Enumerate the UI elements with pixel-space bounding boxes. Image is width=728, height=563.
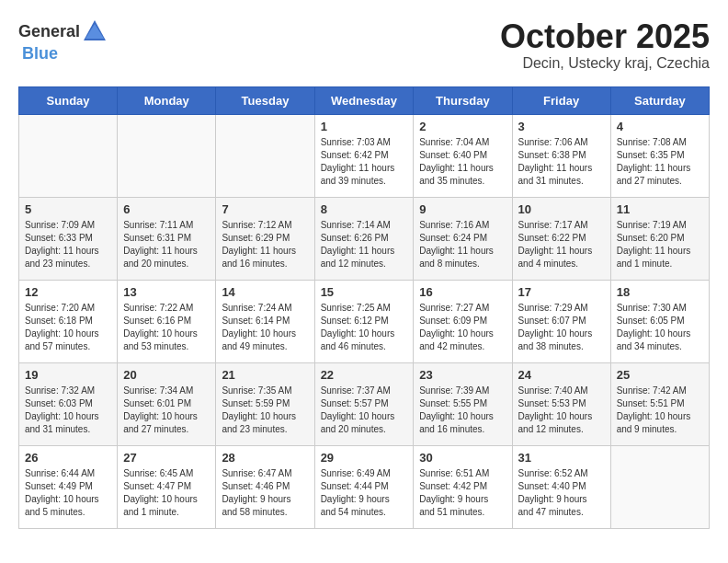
calendar-cell: 2Sunrise: 7:04 AM Sunset: 6:40 PM Daylig… bbox=[414, 114, 512, 197]
day-number: 9 bbox=[419, 202, 506, 216]
weekday-header: Friday bbox=[512, 86, 610, 114]
day-info: Sunrise: 7:08 AM Sunset: 6:35 PM Dayligh… bbox=[617, 136, 703, 188]
header-row: SundayMondayTuesdayWednesdayThursdayFrid… bbox=[19, 86, 710, 114]
day-number: 8 bbox=[321, 202, 408, 216]
day-number: 19 bbox=[25, 368, 111, 382]
day-info: Sunrise: 7:09 AM Sunset: 6:33 PM Dayligh… bbox=[25, 219, 111, 270]
calendar-title: October 2025 bbox=[500, 18, 710, 55]
logo: General Blue bbox=[18, 18, 108, 63]
day-number: 18 bbox=[617, 285, 703, 299]
weekday-header: Monday bbox=[118, 86, 216, 114]
calendar-cell: 22Sunrise: 7:37 AM Sunset: 5:57 PM Dayli… bbox=[314, 362, 414, 445]
calendar-cell: 12Sunrise: 7:20 AM Sunset: 6:18 PM Dayli… bbox=[19, 280, 118, 362]
day-info: Sunrise: 7:25 AM Sunset: 6:12 PM Dayligh… bbox=[321, 302, 408, 353]
calendar-cell: 11Sunrise: 7:19 AM Sunset: 6:20 PM Dayli… bbox=[610, 197, 709, 280]
calendar-cell: 27Sunrise: 6:45 AM Sunset: 4:47 PM Dayli… bbox=[118, 445, 216, 528]
calendar-cell: 28Sunrise: 6:47 AM Sunset: 4:46 PM Dayli… bbox=[216, 445, 314, 528]
day-number: 30 bbox=[419, 451, 506, 465]
calendar-cell: 30Sunrise: 6:51 AM Sunset: 4:42 PM Dayli… bbox=[414, 445, 512, 528]
calendar-cell: 20Sunrise: 7:34 AM Sunset: 6:01 PM Dayli… bbox=[118, 362, 216, 445]
day-info: Sunrise: 7:19 AM Sunset: 6:20 PM Dayligh… bbox=[617, 219, 703, 270]
calendar-cell: 24Sunrise: 7:40 AM Sunset: 5:53 PM Dayli… bbox=[512, 362, 610, 445]
day-number: 14 bbox=[222, 285, 308, 299]
day-number: 28 bbox=[222, 451, 308, 465]
day-number: 13 bbox=[123, 285, 210, 299]
day-info: Sunrise: 7:30 AM Sunset: 6:05 PM Dayligh… bbox=[617, 302, 703, 353]
day-number: 2 bbox=[419, 120, 506, 133]
day-info: Sunrise: 7:42 AM Sunset: 5:51 PM Dayligh… bbox=[617, 385, 703, 436]
calendar-cell: 1Sunrise: 7:03 AM Sunset: 6:42 PM Daylig… bbox=[314, 114, 414, 197]
day-info: Sunrise: 6:45 AM Sunset: 4:47 PM Dayligh… bbox=[123, 467, 210, 519]
day-number: 26 bbox=[25, 451, 111, 465]
day-number: 29 bbox=[321, 451, 408, 465]
calendar-table: SundayMondayTuesdayWednesdayThursdayFrid… bbox=[18, 86, 710, 529]
weekday-header: Thursday bbox=[414, 86, 512, 114]
day-info: Sunrise: 7:16 AM Sunset: 6:24 PM Dayligh… bbox=[419, 219, 506, 270]
weekday-header: Wednesday bbox=[314, 86, 414, 114]
page-header: General Blue October 2025 Decin, Ustecky… bbox=[18, 18, 710, 72]
calendar-cell: 9Sunrise: 7:16 AM Sunset: 6:24 PM Daylig… bbox=[414, 197, 512, 280]
calendar-week-row: 19Sunrise: 7:32 AM Sunset: 6:03 PM Dayli… bbox=[19, 362, 710, 445]
calendar-cell: 19Sunrise: 7:32 AM Sunset: 6:03 PM Dayli… bbox=[19, 362, 118, 445]
calendar-cell: 29Sunrise: 6:49 AM Sunset: 4:44 PM Dayli… bbox=[314, 445, 414, 528]
calendar-cell: 23Sunrise: 7:39 AM Sunset: 5:55 PM Dayli… bbox=[414, 362, 512, 445]
day-number: 4 bbox=[617, 120, 703, 133]
day-info: Sunrise: 7:35 AM Sunset: 5:59 PM Dayligh… bbox=[222, 385, 308, 436]
calendar-cell: 17Sunrise: 7:29 AM Sunset: 6:07 PM Dayli… bbox=[512, 280, 610, 362]
day-info: Sunrise: 7:32 AM Sunset: 6:03 PM Dayligh… bbox=[25, 385, 111, 436]
calendar-cell: 25Sunrise: 7:42 AM Sunset: 5:51 PM Dayli… bbox=[610, 362, 709, 445]
day-info: Sunrise: 7:39 AM Sunset: 5:55 PM Dayligh… bbox=[419, 385, 506, 436]
day-info: Sunrise: 7:37 AM Sunset: 5:57 PM Dayligh… bbox=[321, 385, 408, 436]
day-number: 10 bbox=[518, 202, 605, 216]
day-number: 6 bbox=[123, 202, 210, 216]
day-info: Sunrise: 7:22 AM Sunset: 6:16 PM Dayligh… bbox=[123, 302, 210, 353]
day-number: 25 bbox=[617, 368, 703, 382]
calendar-cell bbox=[610, 445, 709, 528]
calendar-week-row: 5Sunrise: 7:09 AM Sunset: 6:33 PM Daylig… bbox=[19, 197, 710, 280]
day-number: 20 bbox=[123, 368, 210, 382]
calendar-cell: 16Sunrise: 7:27 AM Sunset: 6:09 PM Dayli… bbox=[414, 280, 512, 362]
calendar-cell bbox=[19, 114, 118, 197]
day-number: 7 bbox=[222, 202, 308, 216]
day-info: Sunrise: 6:51 AM Sunset: 4:42 PM Dayligh… bbox=[419, 467, 506, 519]
calendar-cell: 4Sunrise: 7:08 AM Sunset: 6:35 PM Daylig… bbox=[610, 114, 709, 197]
logo-icon bbox=[82, 18, 108, 44]
day-info: Sunrise: 7:12 AM Sunset: 6:29 PM Dayligh… bbox=[222, 219, 308, 270]
day-number: 31 bbox=[518, 451, 605, 465]
day-number: 27 bbox=[123, 451, 210, 465]
weekday-header: Saturday bbox=[610, 86, 709, 114]
day-info: Sunrise: 7:06 AM Sunset: 6:38 PM Dayligh… bbox=[518, 136, 605, 188]
calendar-cell: 18Sunrise: 7:30 AM Sunset: 6:05 PM Dayli… bbox=[610, 280, 709, 362]
day-number: 16 bbox=[419, 285, 506, 299]
day-number: 3 bbox=[518, 120, 605, 133]
calendar-cell: 14Sunrise: 7:24 AM Sunset: 6:14 PM Dayli… bbox=[216, 280, 314, 362]
day-info: Sunrise: 7:40 AM Sunset: 5:53 PM Dayligh… bbox=[518, 385, 605, 436]
day-number: 5 bbox=[25, 202, 111, 216]
day-info: Sunrise: 6:52 AM Sunset: 4:40 PM Dayligh… bbox=[518, 467, 605, 519]
day-info: Sunrise: 7:04 AM Sunset: 6:40 PM Dayligh… bbox=[419, 136, 506, 188]
day-info: Sunrise: 7:29 AM Sunset: 6:07 PM Dayligh… bbox=[518, 302, 605, 353]
day-info: Sunrise: 6:49 AM Sunset: 4:44 PM Dayligh… bbox=[321, 467, 408, 519]
day-info: Sunrise: 7:03 AM Sunset: 6:42 PM Dayligh… bbox=[321, 136, 408, 188]
calendar-cell: 13Sunrise: 7:22 AM Sunset: 6:16 PM Dayli… bbox=[118, 280, 216, 362]
calendar-subtitle: Decin, Ustecky kraj, Czechia bbox=[500, 55, 710, 72]
day-number: 17 bbox=[518, 285, 605, 299]
logo-blue: Blue bbox=[22, 44, 58, 63]
day-info: Sunrise: 7:11 AM Sunset: 6:31 PM Dayligh… bbox=[123, 219, 210, 270]
calendar-cell: 7Sunrise: 7:12 AM Sunset: 6:29 PM Daylig… bbox=[216, 197, 314, 280]
day-info: Sunrise: 7:34 AM Sunset: 6:01 PM Dayligh… bbox=[123, 385, 210, 436]
day-number: 23 bbox=[419, 368, 506, 382]
day-info: Sunrise: 7:27 AM Sunset: 6:09 PM Dayligh… bbox=[419, 302, 506, 353]
day-number: 22 bbox=[321, 368, 408, 382]
calendar-week-row: 1Sunrise: 7:03 AM Sunset: 6:42 PM Daylig… bbox=[19, 114, 710, 197]
day-number: 15 bbox=[321, 285, 408, 299]
calendar-cell: 26Sunrise: 6:44 AM Sunset: 4:49 PM Dayli… bbox=[19, 445, 118, 528]
calendar-cell: 15Sunrise: 7:25 AM Sunset: 6:12 PM Dayli… bbox=[314, 280, 414, 362]
day-info: Sunrise: 7:14 AM Sunset: 6:26 PM Dayligh… bbox=[321, 219, 408, 270]
calendar-cell: 10Sunrise: 7:17 AM Sunset: 6:22 PM Dayli… bbox=[512, 197, 610, 280]
day-number: 12 bbox=[25, 285, 111, 299]
calendar-week-row: 12Sunrise: 7:20 AM Sunset: 6:18 PM Dayli… bbox=[19, 280, 710, 362]
day-info: Sunrise: 6:44 AM Sunset: 4:49 PM Dayligh… bbox=[25, 467, 111, 519]
calendar-cell bbox=[216, 114, 314, 197]
calendar-cell bbox=[118, 114, 216, 197]
